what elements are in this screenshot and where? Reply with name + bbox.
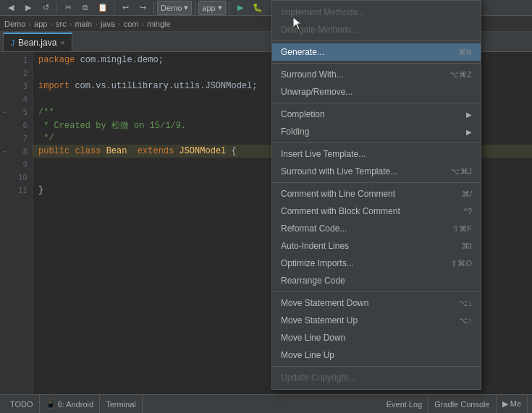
line-num-11: 11 — [0, 184, 32, 197]
breadcrumb-demo[interactable]: Demo — [4, 20, 25, 28]
auto-indent-shortcut: ⌘I — [462, 242, 472, 251]
menu-item-move-line-up[interactable]: Move Line Up — [272, 346, 481, 364]
line-num-2: 2 — [0, 67, 32, 80]
breadcrumb-main[interactable]: main — [75, 20, 92, 28]
breadcrumb-com[interactable]: com — [124, 20, 139, 28]
menu-item-auto-indent[interactable]: Auto-Indent Lines ⌘I — [272, 237, 481, 255]
line-comment-label: Comment with Line Comment — [281, 189, 395, 199]
move-stmt-up-label: Move Statement Up — [281, 315, 358, 325]
menu-item-delegate-methods[interactable]: Delegate Methods... — [272, 21, 481, 38]
status-bar: TODO 📱 6: Android Terminal Event Log Gra… — [0, 394, 532, 413]
menu-item-implement-methods[interactable]: Implement Methods... — [272, 4, 481, 21]
move-stmt-up-shortcut: ⌥↑ — [459, 316, 473, 325]
status-todo-label: TODO — [10, 400, 33, 409]
status-event-log-label: Event Log — [387, 400, 423, 409]
menu-item-insert-live[interactable]: Insert Live Template... — [272, 145, 481, 163]
breadcrumb-app[interactable]: app — [34, 20, 47, 28]
line-num-4: 4 — [0, 93, 32, 106]
breadcrumb-java[interactable]: java — [101, 20, 115, 28]
separator-1 — [272, 41, 481, 41]
menu-item-surround-live[interactable]: Surround with Live Template... ⌥⌘J — [272, 163, 481, 180]
menu-item-update-copyright[interactable]: Update Copyright... — [272, 369, 481, 386]
menu-item-move-line-down[interactable]: Move Line Down — [272, 329, 481, 346]
line-num-10: 10 — [0, 171, 32, 184]
optimize-imports-shortcut: ⇧⌘O — [451, 259, 472, 268]
toolbar-fwd[interactable]: ▶ — [20, 1, 36, 15]
update-copyright-label: Update Copyright... — [281, 372, 355, 383]
surround-live-shortcut: ⌥⌘J — [451, 167, 473, 176]
menu-item-generate[interactable]: Generate... ⌘N — [272, 43, 481, 61]
editor-gutter: 1 2 3 4 − 5 6 7 − 8 9 10 11 — [0, 52, 33, 394]
menu-item-block-comment[interactable]: Comment with Block Comment ^? — [272, 203, 481, 220]
toolbar-undo[interactable]: ↩ — [117, 1, 133, 15]
status-android[interactable]: 📱 6: Android — [40, 395, 101, 414]
menu-item-move-stmt-up[interactable]: Move Statement Up ⌥↑ — [272, 312, 481, 329]
block-comment-label: Comment with Block Comment — [281, 206, 400, 216]
app-dropdown[interactable]: app ▾ — [198, 1, 225, 15]
line-num-7: 7 — [0, 132, 32, 145]
line-comment-shortcut: ⌘/ — [462, 190, 472, 199]
move-line-up-label: Move Line Up — [281, 350, 334, 360]
tab-bean-java[interactable]: J Bean.java × — [3, 33, 72, 51]
line-num-1: 1 — [0, 54, 32, 67]
toolbar-refresh[interactable]: ↺ — [38, 1, 54, 15]
menu-item-rearrange[interactable]: Rearrange Code — [272, 272, 481, 289]
optimize-imports-label: Optimize Imports... — [281, 258, 354, 268]
menu-item-reformat[interactable]: Reformat Code... ⇧⌘F — [272, 220, 481, 237]
status-terminal[interactable]: Terminal — [100, 395, 143, 414]
separator-4 — [272, 142, 481, 143]
status-right: Event Log Gradle Console ▶ Me — [381, 395, 528, 414]
breadcrumb-src[interactable]: src — [56, 20, 67, 28]
toolbar-debug[interactable]: 🐛 — [250, 1, 266, 15]
dropdown-arrow: ▾ — [184, 3, 188, 12]
tab-close-icon[interactable]: × — [60, 39, 64, 47]
generate-label: Generate... — [281, 47, 324, 57]
reformat-label: Reformat Code... — [281, 223, 347, 234]
toolbar-paste[interactable]: 📋 — [95, 1, 111, 15]
status-me[interactable]: ▶ Me — [497, 395, 528, 414]
menu-item-unwrap[interactable]: Unwrap/Remove... — [272, 83, 481, 101]
move-line-down-label: Move Line Down — [281, 333, 345, 343]
menu-item-surround-with[interactable]: Surround With... ⌥⌘Z — [272, 66, 481, 83]
reformat-shortcut: ⇧⌘F — [452, 224, 472, 234]
project-dropdown[interactable]: Demo ▾ — [157, 1, 192, 15]
toolbar-copy[interactable]: ⧉ — [77, 1, 93, 15]
block-comment-shortcut: ^? — [464, 207, 472, 216]
generate-shortcut: ⌘N — [458, 48, 472, 57]
surround-with-shortcut: ⌥⌘Z — [449, 70, 472, 80]
menu-item-line-comment[interactable]: Comment with Line Comment ⌘/ — [272, 185, 481, 203]
sep2 — [114, 2, 114, 14]
menu-item-optimize-imports[interactable]: Optimize Imports... ⇧⌘O — [272, 255, 481, 272]
toolbar-cut[interactable]: ✂ — [60, 1, 76, 15]
sep5 — [229, 2, 229, 14]
auto-indent-label: Auto-Indent Lines — [281, 241, 349, 251]
toolbar-run[interactable]: ▶ — [232, 1, 248, 15]
toolbar-redo[interactable]: ↪ — [135, 1, 151, 15]
rearrange-label: Rearrange Code — [281, 276, 345, 286]
app-label: app — [202, 4, 215, 12]
breadcrumb-mingle[interactable]: mingle — [147, 20, 170, 28]
status-event-log[interactable]: Event Log — [381, 395, 429, 414]
toolbar-back[interactable]: ◀ — [3, 1, 19, 15]
separator-2 — [272, 63, 481, 64]
separator-6 — [272, 291, 481, 292]
move-stmt-down-label: Move Statement Down — [281, 298, 368, 308]
separator-3 — [272, 103, 481, 103]
status-me-label: ▶ Me — [502, 399, 521, 409]
status-gradle[interactable]: Gradle Console — [428, 395, 496, 414]
menu-item-move-stmt-down[interactable]: Move Statement Down ⌥↓ — [272, 294, 481, 312]
sep1 — [56, 2, 57, 14]
surround-with-label: Surround With... — [281, 69, 344, 80]
move-stmt-down-shortcut: ⌥↓ — [459, 299, 473, 308]
line-num-8: − 8 — [0, 145, 32, 158]
surround-live-label: Surround with Live Template... — [281, 166, 397, 176]
menu-item-completion[interactable]: Completion ▶ — [272, 106, 481, 123]
unwrap-label: Unwrap/Remove... — [281, 87, 352, 97]
separator-7 — [272, 366, 481, 367]
insert-live-label: Insert Live Template... — [281, 149, 366, 159]
folding-label: Folding — [281, 127, 309, 137]
status-todo[interactable]: TODO — [4, 395, 40, 414]
line-num-3: 3 — [0, 80, 32, 93]
separator-5 — [272, 182, 481, 183]
menu-item-folding[interactable]: Folding ▶ — [272, 123, 481, 140]
